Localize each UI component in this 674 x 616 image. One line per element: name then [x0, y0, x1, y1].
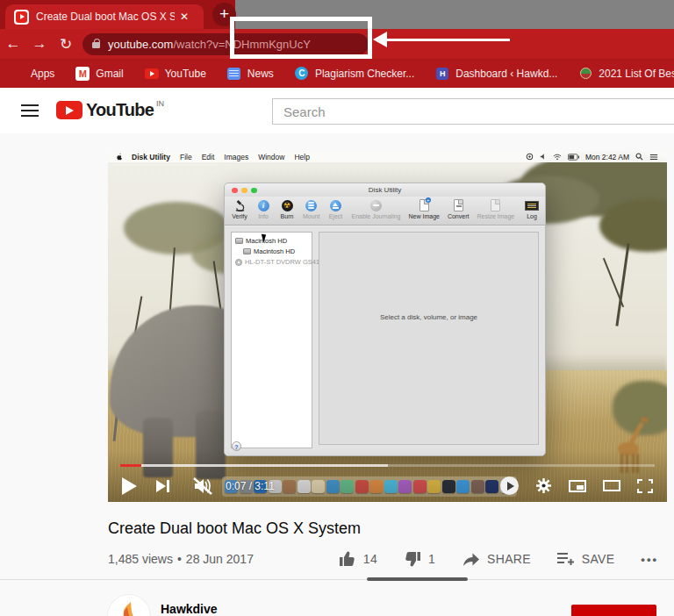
volume-muted-icon[interactable]	[192, 476, 213, 496]
enable-journaling-icon	[370, 198, 382, 212]
fullscreen-icon[interactable]	[637, 479, 653, 493]
reload-icon[interactable]: ↻	[53, 35, 79, 54]
browser-tab[interactable]: Create Dual boot Mac OS X Syste ✕	[5, 4, 204, 29]
dot-separator: •	[177, 552, 182, 566]
buffer-bar	[120, 464, 388, 467]
playlist-add-icon	[557, 552, 575, 566]
bookmark-label: Plagiarism Checker...	[315, 68, 414, 80]
next-button[interactable]	[156, 480, 169, 492]
channel-avatar[interactable]	[108, 595, 150, 616]
annotation-arrow	[386, 39, 510, 41]
settings-gear-icon[interactable]	[535, 477, 552, 494]
bookmark-2021-list[interactable]: 2021 List Of Best G...	[578, 67, 674, 81]
bookmark-label: Gmail	[96, 68, 123, 80]
like-count: 14	[363, 552, 377, 566]
youtube-favicon-icon	[14, 10, 29, 25]
back-icon[interactable]: ←	[0, 35, 26, 53]
disk-list-item: HL-DT-ST DVDRW GS41N	[232, 258, 312, 266]
mount-icon	[305, 198, 317, 212]
close-window-icon	[232, 188, 238, 194]
played-bar	[120, 464, 141, 467]
mac-clock: Mon 2:42 AM	[585, 153, 629, 161]
bookmark-plagiarism-checker[interactable]: C Plagiarism Checker...	[295, 67, 414, 81]
tool-info: i Info	[255, 198, 271, 219]
mac-menu-item: File	[180, 153, 192, 161]
channel-name[interactable]: Hawkdive	[161, 602, 218, 616]
save-button[interactable]: SAVE	[557, 552, 615, 566]
share-button[interactable]: SHARE	[462, 551, 531, 567]
bookmark-dashboard-hawkdive[interactable]: H Dashboard ‹ Hawkd...	[435, 67, 557, 81]
subscribe-button[interactable]: SUBSCRIBE	[571, 605, 656, 616]
mac-menu-item: Disk Utility	[132, 153, 170, 161]
disk-icon	[243, 248, 251, 254]
convert-icon	[454, 198, 463, 212]
video-meta-row: 1,485 views • 28 Jun 2017 14 1 SHARE SAV…	[108, 546, 658, 572]
annotation-arrow-head-icon	[373, 32, 387, 47]
log-icon	[525, 198, 539, 212]
optical-drive-icon	[235, 259, 242, 266]
tool-new-image: + New Image	[409, 198, 440, 219]
thumbs-down-icon	[404, 550, 421, 568]
share-arrow-icon	[462, 551, 480, 567]
bookmark-youtube[interactable]: YouTube	[145, 67, 206, 81]
horizontal-scrollbar-thumb[interactable]	[367, 577, 468, 581]
time-display: 0:07 / 3:11	[226, 480, 275, 492]
zoom-window-icon	[251, 188, 257, 194]
dislike-button[interactable]: 1	[404, 550, 435, 568]
spotlight-search-icon	[635, 153, 643, 161]
youtube-region-label: IN	[156, 99, 164, 108]
progress-bar[interactable]	[120, 464, 655, 467]
search-box	[272, 98, 674, 125]
disk-utility-content: Macintosh HD Macintosh HD HL-DT-ST DVDRW…	[225, 226, 545, 455]
hamburger-menu-icon[interactable]	[21, 104, 39, 117]
forward-icon[interactable]: →	[26, 35, 53, 53]
tool-enable-journaling: Enable Journaling	[351, 198, 400, 219]
like-button[interactable]: 14	[339, 550, 377, 568]
google-news-icon	[227, 67, 241, 81]
mac-menu-item: Help	[294, 153, 309, 161]
save-label: SAVE	[582, 552, 615, 566]
miniplayer-icon[interactable]	[569, 480, 586, 492]
more-actions-button[interactable]: •••	[641, 553, 658, 566]
bookmark-gmail[interactable]: M Gmail	[75, 67, 123, 81]
search-input[interactable]	[273, 99, 674, 124]
play-button[interactable]	[122, 477, 137, 495]
traffic-lights	[232, 188, 257, 194]
resize-image-icon	[491, 198, 500, 212]
bookmark-label: Dashboard ‹ Hawkd...	[455, 68, 557, 80]
disk-icon	[235, 238, 243, 244]
share-label: SHARE	[487, 552, 531, 566]
theater-mode-icon[interactable]	[603, 480, 620, 491]
tab-close-icon[interactable]: ✕	[180, 11, 189, 23]
view-count: 1,485 views	[108, 552, 173, 566]
bookmark-label: Apps	[31, 68, 54, 80]
bookmark-news[interactable]: News	[227, 67, 274, 81]
tab-title: Create Dual boot Mac OS X Syste	[36, 11, 175, 23]
youtube-icon	[145, 67, 159, 81]
new-image-icon: +	[419, 198, 429, 212]
hawkdive-logo-icon	[108, 595, 150, 616]
minimize-window-icon	[241, 188, 247, 194]
plagiarism-checker-icon: C	[295, 67, 309, 81]
empty-state-message: Select a disk, volume, or image	[380, 313, 477, 444]
bookmark-label: 2021 List Of Best G...	[599, 68, 674, 80]
bookmark-apps[interactable]: Apps	[11, 67, 54, 81]
tool-log: Log	[524, 198, 540, 219]
divider	[0, 579, 674, 580]
bookmark-label: YouTube	[165, 68, 206, 80]
url-host: youtube.com	[108, 38, 173, 51]
tool-resize-image: Resize Image	[477, 198, 514, 219]
autoplay-toggle[interactable]	[500, 476, 519, 495]
video-actions: 14 1 SHARE SAVE •••	[339, 550, 658, 568]
video-player[interactable]: Disk Utility File Edit Images Window Hel…	[108, 151, 667, 502]
tool-verify: Verify	[232, 198, 247, 219]
wifi-icon	[553, 154, 562, 161]
view-count-and-date: 1,485 views • 28 Jun 2017	[108, 552, 254, 566]
disk-list: Macintosh HD Macintosh HD HL-DT-ST DVDRW…	[231, 232, 312, 448]
tool-eject: Eject	[327, 198, 343, 219]
disk-list-item: Macintosh HD	[232, 237, 312, 245]
lock-icon	[92, 42, 100, 48]
upload-date: 28 Jun 2017	[186, 552, 254, 566]
notification-center-icon	[649, 154, 658, 161]
youtube-logo[interactable]: YouTube IN	[56, 99, 164, 120]
